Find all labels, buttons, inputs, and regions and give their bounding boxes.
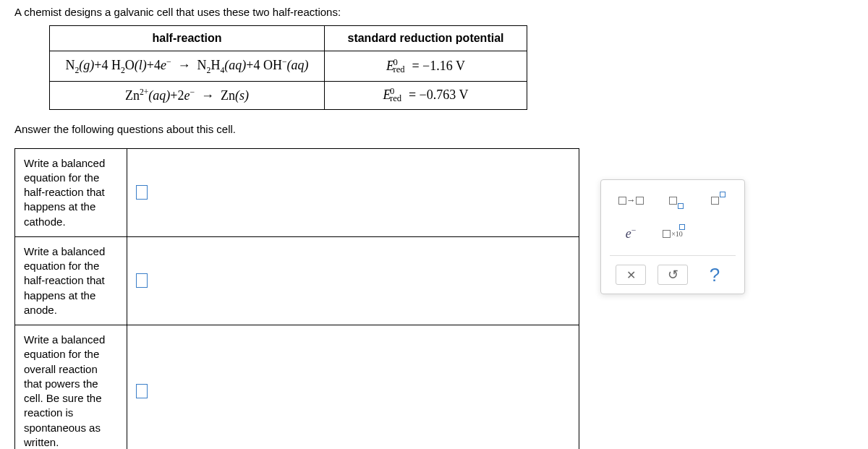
equation-toolbox: → e− ×10 ✕ ↺ ? — [600, 179, 745, 294]
equation-input[interactable] — [136, 273, 148, 288]
answer-cell-anode[interactable] — [127, 236, 579, 325]
toolbox-divider — [610, 255, 736, 256]
table-row: Write a balanced equation for the overal… — [15, 325, 579, 449]
reset-button[interactable]: ↺ — [658, 265, 688, 285]
clear-button[interactable]: ✕ — [616, 265, 646, 285]
question-overall: Write a balanced equation for the overal… — [15, 325, 127, 449]
placeholder-icon — [663, 230, 671, 238]
intro-text: A chemist designs a galvanic cell that u… — [14, 6, 854, 18]
toolbox-spacer — [699, 222, 730, 245]
placeholder-icon — [669, 197, 677, 205]
col-header-potential: standard reduction potential — [325, 26, 527, 51]
half-reactions-table: half-reaction standard reduction potenti… — [49, 25, 527, 110]
arrow-icon: → — [626, 194, 636, 206]
answer-prompt: Answer the following questions about thi… — [14, 123, 854, 135]
col-header-reaction: half-reaction — [50, 26, 325, 51]
equation-input[interactable] — [136, 185, 148, 200]
electron-label: e — [626, 226, 631, 241]
undo-icon: ↺ — [668, 267, 678, 283]
help-icon: ? — [710, 264, 720, 286]
superscript-icon — [720, 192, 726, 197]
table-row: Write a balanced equation for the half-r… — [15, 148, 579, 236]
equation-input[interactable] — [136, 384, 148, 398]
exponent-icon — [679, 224, 685, 230]
placeholder-icon — [618, 197, 626, 205]
reaction-2: Zn2+(aq)+2e− → Zn(s) — [50, 81, 325, 109]
x10-label: ×10 — [671, 230, 683, 238]
placeholder-icon — [636, 197, 644, 205]
question-cathode: Write a balanced equation for the half-r… — [15, 148, 127, 236]
sci-notation-button[interactable]: ×10 — [658, 222, 688, 245]
yields-arrow-button[interactable]: → — [616, 189, 646, 212]
electron-button[interactable]: e− — [616, 222, 646, 245]
close-icon: ✕ — [626, 268, 636, 282]
answer-cell-cathode[interactable] — [127, 148, 579, 236]
potential-1: E0red = −1.16 V — [325, 51, 527, 82]
answer-table: Write a balanced equation for the half-r… — [14, 148, 579, 449]
answer-cell-overall[interactable] — [127, 325, 579, 449]
table-row: Zn2+(aq)+2e− → Zn(s) E0red = −0.763 V — [50, 81, 527, 109]
table-row: N2(g)+4 H2O(l)+4e− → N2H4(aq)+4 OH−(aq) … — [50, 51, 527, 82]
subscript-icon — [678, 203, 684, 209]
superscript-button[interactable] — [699, 189, 730, 212]
reaction-1: N2(g)+4 H2O(l)+4e− → N2H4(aq)+4 OH−(aq) — [50, 51, 325, 82]
potential-2: E0red = −0.763 V — [325, 81, 527, 109]
help-button[interactable]: ? — [699, 265, 730, 285]
table-row: Write a balanced equation for the half-r… — [15, 236, 579, 325]
question-anode: Write a balanced equation for the half-r… — [15, 236, 127, 325]
placeholder-icon — [711, 197, 719, 205]
subscript-button[interactable] — [658, 189, 688, 212]
